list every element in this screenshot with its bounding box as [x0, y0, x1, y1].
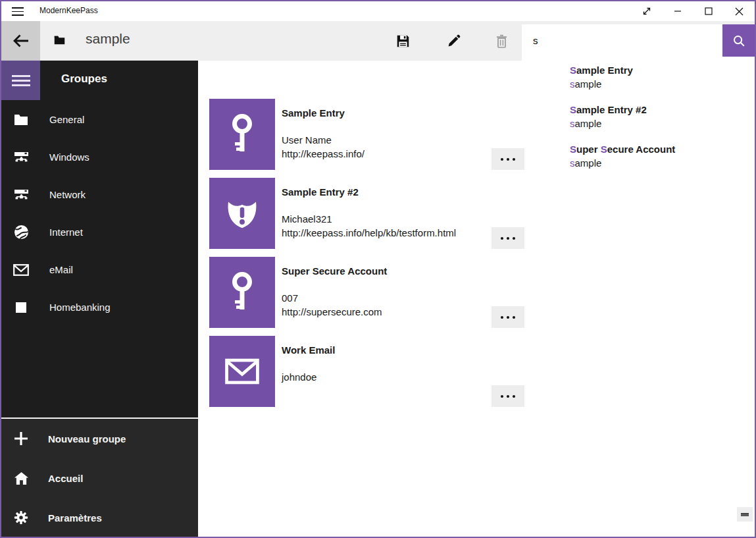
shield-alert-icon: [224, 195, 261, 232]
command-bar: sample: [1, 21, 755, 61]
sidebar-item-email[interactable]: eMail: [1, 251, 198, 288]
key-icon: [228, 114, 257, 155]
entry-tile[interactable]: [209, 178, 275, 249]
pencil-icon: [447, 34, 461, 48]
sidebar-item-label: Paramètres: [48, 512, 102, 524]
sidebar-item-label: Nouveau groupe: [48, 433, 126, 444]
suggestion-title: Sample Entry: [570, 64, 747, 76]
sidebar-item-param-tres[interactable]: Paramètres: [1, 498, 198, 537]
sidebar-item-label: Accueil: [48, 473, 83, 484]
search-icon: [732, 34, 745, 47]
entry-title: Sample Entry #2: [282, 186, 359, 198]
search-suggestion-item[interactable]: Super Secure Account sample: [570, 138, 747, 177]
zoom-out-button[interactable]: [737, 507, 753, 522]
search-field: [522, 24, 755, 61]
sidebar-item-nouveau-groupe[interactable]: Nouveau groupe: [1, 419, 198, 458]
key-icon: [228, 272, 257, 313]
plus-icon: [14, 431, 28, 446]
close-icon: [735, 7, 743, 16]
home-icon: [14, 471, 29, 485]
save-button[interactable]: [387, 25, 418, 57]
back-arrow-icon: [13, 34, 30, 48]
suggestion-subtitle: sample: [570, 117, 747, 130]
trash-icon: [495, 34, 508, 48]
folder-icon: [14, 114, 28, 126]
save-icon: [396, 34, 410, 48]
titlebar-hamburger-icon[interactable]: [12, 7, 24, 16]
entry-tile[interactable]: [209, 257, 275, 328]
suggestion-subtitle: sample: [570, 78, 747, 90]
entry-details: johndoe: [282, 370, 316, 384]
entry-title: Work Email: [282, 344, 335, 356]
nav-hamburger-button[interactable]: [1, 61, 40, 100]
square-icon: [16, 302, 26, 313]
search-button[interactable]: [722, 24, 755, 57]
search-suggestion-item[interactable]: Sample Entry sample: [570, 59, 747, 98]
sidebar-item-icon-box: [1, 471, 41, 485]
entry-row[interactable]: Super Secure Account 007http://supersecu…: [209, 257, 526, 328]
network-pc-icon: [14, 151, 29, 163]
expand-icon: [642, 6, 652, 16]
edit-button[interactable]: [438, 25, 469, 57]
search-input[interactable]: [522, 24, 730, 57]
sidebar-item-label: Network: [49, 189, 86, 200]
entry-details: User Namehttp://keepass.info/: [282, 133, 365, 161]
sidebar-item-homebanking[interactable]: Homebanking: [1, 288, 198, 326]
app-title: ModernKeePass: [39, 6, 98, 15]
entry-tile[interactable]: [209, 336, 275, 407]
more-button[interactable]: [491, 148, 524, 170]
gear-icon: [14, 510, 28, 525]
sidebar-item-icon-box: [1, 225, 41, 240]
maximize-button[interactable]: [693, 1, 724, 21]
search-suggestions: Sample Entry sample Sample Entry #2 samp…: [570, 59, 747, 177]
sidebar-item-icon-box: [1, 264, 41, 276]
sidebar-item-icon-box: [1, 114, 41, 126]
globe-icon: [14, 225, 29, 240]
sidebar-item-accueil[interactable]: Accueil: [1, 458, 198, 498]
entry-details: 007http://supersecure.com: [282, 291, 382, 319]
suggestion-subtitle: sample: [570, 157, 747, 169]
entry-list: Sample Entry User Namehttp://keepass.inf…: [209, 99, 526, 415]
entry-title: Super Secure Account: [282, 265, 387, 277]
delete-button[interactable]: [486, 25, 517, 57]
close-button[interactable]: [724, 1, 755, 21]
sidebar-item-icon-box: [1, 151, 41, 163]
more-button[interactable]: [491, 306, 524, 328]
entry-title: Sample Entry: [282, 107, 345, 119]
sidebar-item-icon-box: [1, 510, 41, 525]
sidebar-item-general[interactable]: General: [1, 101, 198, 138]
entry-row[interactable]: Sample Entry #2 Michael321http://keepass…: [209, 178, 526, 249]
suggestion-title: Super Secure Account: [570, 143, 747, 155]
mail-icon: [225, 358, 259, 385]
sidebar: Groupes General Windows Network Internet…: [1, 61, 198, 537]
sidebar-item-label: eMail: [49, 264, 73, 275]
app-window: ModernKeePass sample: [0, 0, 756, 538]
sidebar-item-windows[interactable]: Windows: [1, 138, 198, 176]
more-button[interactable]: [491, 385, 524, 407]
window-controls: [631, 1, 755, 21]
entry-row[interactable]: Sample Entry User Namehttp://keepass.inf…: [209, 99, 526, 170]
entry-tile[interactable]: [209, 99, 275, 170]
sidebar-item-internet[interactable]: Internet: [1, 213, 198, 251]
minus-icon: [741, 513, 749, 516]
fullscreen-button[interactable]: [631, 1, 662, 21]
entry-row[interactable]: Work Email johndoe: [209, 336, 526, 407]
minimize-icon: [674, 7, 682, 15]
hamburger-icon: [12, 75, 30, 86]
back-button[interactable]: [1, 21, 40, 61]
sidebar-footer: Nouveau groupe Accueil Paramètres: [1, 419, 198, 537]
sidebar-item-network[interactable]: Network: [1, 176, 198, 213]
sidebar-item-label: Windows: [49, 151, 89, 163]
more-button[interactable]: [491, 227, 524, 249]
search-suggestion-item[interactable]: Sample Entry #2 sample: [570, 98, 747, 138]
titlebar: ModernKeePass: [1, 1, 755, 21]
sidebar-item-label: Homebanking: [49, 302, 111, 313]
groups-header: Groupes: [61, 72, 107, 86]
mail-icon: [13, 264, 29, 276]
suggestion-title: Sample Entry #2: [570, 103, 747, 116]
sidebar-item-icon-box: [1, 302, 41, 313]
entry-details: Michael321http://keepass.info/help/kb/te…: [282, 212, 456, 240]
minimize-button[interactable]: [662, 1, 693, 21]
database-folder-icon: [54, 36, 65, 47]
database-title: sample: [86, 31, 130, 47]
